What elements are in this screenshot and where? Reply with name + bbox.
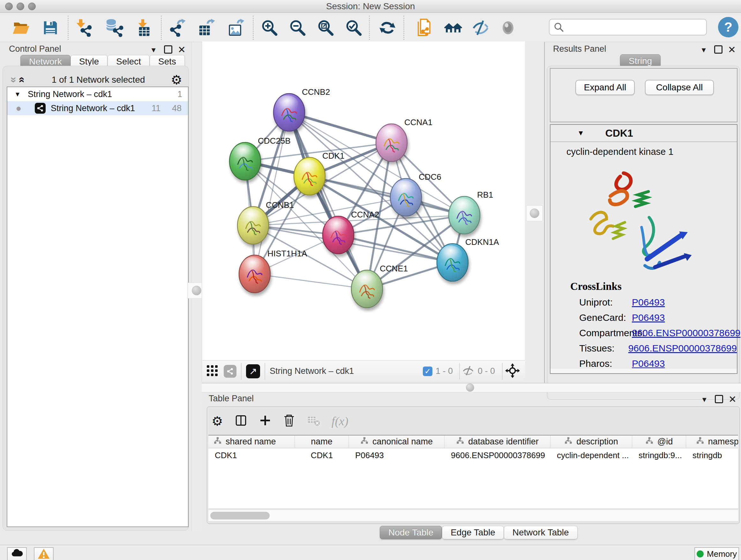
collapse-all-button[interactable]: Collapse All: [645, 80, 714, 95]
search-input[interactable]: [567, 22, 702, 33]
zoom-fit-button[interactable]: [314, 17, 337, 39]
right-splitter[interactable]: [525, 42, 544, 383]
column-header-namespace[interactable]: namespace: [686, 435, 738, 448]
collapse-entry-icon[interactable]: ▼: [577, 129, 584, 137]
splitter-knob[interactable]: [192, 286, 201, 295]
panel-menu-icon[interactable]: ▼: [701, 395, 708, 404]
node-CDK1[interactable]: CDK1: [294, 151, 344, 195]
search-box[interactable]: [549, 19, 707, 36]
apply-layout-button[interactable]: [376, 17, 399, 39]
close-panel-icon[interactable]: ✕: [729, 394, 737, 405]
crosslink-link[interactable]: P06493: [632, 312, 665, 323]
float-panel-icon[interactable]: [164, 45, 172, 54]
left-splitter[interactable]: [192, 42, 202, 531]
expand-all-button[interactable]: Expand All: [576, 80, 635, 95]
network-row[interactable]: ● String Network – cdk1 11 48: [7, 101, 188, 115]
import-network-file-button[interactable]: [73, 17, 96, 39]
scrollbar-thumb[interactable]: [210, 512, 270, 519]
network-options-gear-icon[interactable]: ⚙: [171, 72, 182, 87]
delete-column-trash-icon[interactable]: [282, 414, 296, 428]
selected-count-checkbox[interactable]: ✓: [423, 367, 432, 376]
zoom-out-button[interactable]: [286, 17, 309, 39]
node-CCNB1[interactable]: CCNB1: [238, 200, 294, 244]
cloud-button[interactable]: [7, 547, 27, 560]
results-scrollbar[interactable]: [550, 368, 737, 373]
fit-selected-crosshair-icon[interactable]: [505, 363, 520, 379]
hidden-eye-icon[interactable]: [462, 364, 475, 378]
network-collection-row[interactable]: ▼ String Network – cdk1 1: [7, 87, 188, 101]
network-view-share-icon[interactable]: [224, 365, 237, 378]
edge-CCNB2-CCNE1[interactable]: [289, 112, 367, 289]
float-panel-icon[interactable]: [714, 45, 723, 54]
export-image-button[interactable]: [225, 17, 248, 39]
collapse-all-networks-icon[interactable]: «: [7, 77, 17, 83]
import-table-button[interactable]: [133, 17, 156, 39]
warnings-button[interactable]: [34, 547, 54, 560]
table-settings-gear-icon[interactable]: ⚙: [212, 414, 223, 428]
table-cell[interactable]: P06493: [349, 450, 445, 460]
collection-expander-icon[interactable]: ▼: [7, 91, 28, 98]
node-CCNE1[interactable]: CCNE1: [351, 264, 408, 308]
question-mark-icon: ?: [724, 19, 732, 35]
function-builder-icon[interactable]: f(x): [332, 414, 348, 428]
export-network-button[interactable]: [166, 17, 189, 39]
node-label-CDC25B: CDC25B: [258, 136, 291, 145]
node-CDC6[interactable]: CDC6: [390, 172, 441, 216]
table-cell[interactable]: 9606.ENSP00000378699: [445, 450, 550, 460]
column-header-@id[interactable]: @id: [632, 435, 686, 448]
delete-table-icon[interactable]: [307, 414, 321, 429]
network-from-selection-button[interactable]: [413, 17, 436, 39]
node-HIST1H1A[interactable]: HIST1H1A: [239, 249, 307, 293]
column-header-shared-name[interactable]: shared name: [208, 435, 295, 448]
panel-menu-icon[interactable]: ▼: [700, 46, 707, 54]
node-RB1[interactable]: RB1: [449, 190, 493, 234]
edge-CDK1-RB1[interactable]: [310, 176, 464, 215]
expand-all-networks-icon[interactable]: «: [17, 77, 28, 83]
table-cell[interactable]: cyclin-dependent ...: [550, 450, 632, 460]
import-network-database-button[interactable]: [103, 17, 126, 39]
table-row[interactable]: CDK1CDK1P064939606.ENSP00000378699cyclin…: [208, 448, 738, 462]
network-canvas[interactable]: CCNB2CCNA1CDC25BCDK1CDC6RB1CCNB1CCNA2CDK…: [202, 42, 525, 360]
first-neighbors-button[interactable]: [442, 17, 465, 39]
add-column-icon[interactable]: [259, 414, 272, 428]
table-cell[interactable]: CDK1: [208, 450, 295, 460]
float-panel-icon[interactable]: [715, 395, 723, 403]
detach-view-icon[interactable]: ↗: [246, 364, 260, 378]
open-session-button[interactable]: [10, 17, 32, 39]
panel-menu-icon[interactable]: ▼: [150, 46, 157, 54]
crosslink-link[interactable]: 9606.ENSP00000378699: [632, 327, 740, 338]
close-panel-icon[interactable]: ✕: [728, 44, 736, 55]
node-CDKN1A[interactable]: CDKN1A: [437, 237, 499, 281]
column-header-canonical-name[interactable]: canonical name: [349, 435, 445, 448]
table-h-scrollbar[interactable]: [208, 509, 738, 521]
gene-header-row[interactable]: ▼ CDK1: [550, 125, 737, 142]
tab-edge-table[interactable]: Edge Table: [442, 526, 504, 539]
table-tabs: Node TableEdge TableNetwork Table: [380, 526, 578, 539]
column-header-name[interactable]: name: [295, 435, 349, 448]
zoom-in-button[interactable]: [258, 17, 281, 39]
splitter-knob[interactable]: [466, 383, 474, 392]
hide-selected-button[interactable]: [469, 17, 492, 39]
table-cell[interactable]: stringdb:9...: [632, 450, 686, 460]
splitter-knob[interactable]: [530, 208, 539, 218]
memory-button[interactable]: Memory: [694, 547, 739, 560]
help-button[interactable]: ?: [718, 17, 738, 37]
edge-CCNE1-HIST1H1A[interactable]: [255, 274, 367, 289]
column-header-database-identifier[interactable]: database identifier: [445, 435, 550, 448]
tab-node-table[interactable]: Node Table: [380, 526, 442, 539]
zoom-selected-button[interactable]: [342, 17, 365, 39]
crosslink-link[interactable]: P06493: [632, 297, 665, 308]
grid-view-icon[interactable]: [206, 365, 218, 378]
table-cell[interactable]: CDK1: [295, 450, 349, 460]
column-header-description[interactable]: description: [550, 435, 632, 448]
show-hidden-button[interactable]: [496, 17, 520, 39]
tab-network-table[interactable]: Network Table: [504, 526, 578, 539]
crosslink-link[interactable]: P06493: [632, 358, 665, 369]
table-panel-splitter[interactable]: [202, 383, 741, 392]
save-session-button[interactable]: [39, 17, 62, 39]
close-panel-icon[interactable]: ✕: [178, 44, 186, 55]
show-columns-icon[interactable]: [234, 414, 248, 429]
table-cell[interactable]: stringdb: [686, 450, 738, 460]
crosslink-link[interactable]: 9606.ENSP00000378699: [628, 343, 737, 354]
export-table-button[interactable]: [195, 17, 218, 39]
